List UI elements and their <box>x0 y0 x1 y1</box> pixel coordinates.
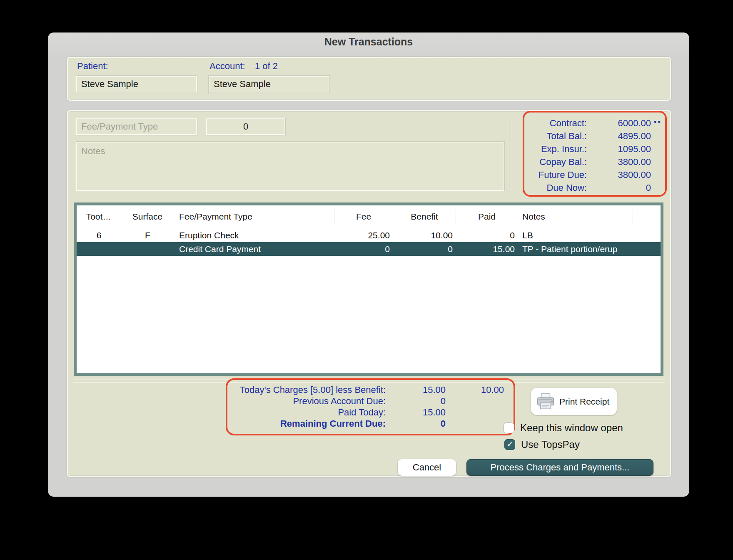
contract-row-label: Total Bal.: <box>524 130 587 142</box>
amount-input[interactable] <box>206 118 285 135</box>
cell-surface <box>121 242 174 256</box>
column-header-filler <box>633 209 661 225</box>
use-topspay-checkbox[interactable]: Use TopsPay <box>504 439 580 450</box>
totals-value: 15.00 <box>386 407 446 418</box>
contract-row: Contract: 6000.00 <box>524 117 665 130</box>
contract-row-value: 1095.00 <box>587 142 665 155</box>
totals-label: Previous Account Due: <box>226 395 386 407</box>
contract-row-value: 4895.00 <box>587 130 665 142</box>
contract-row-value: 0 <box>587 181 665 194</box>
cell-type: Credit Card Payment <box>174 242 334 256</box>
keep-window-open-checkbox[interactable]: Keep this window open <box>504 422 623 434</box>
contract-more-dots-icon[interactable]: •• <box>654 118 662 127</box>
contract-summary-box: Contract: 6000.00 Total Bal.: 4895.00 Ex… <box>523 111 667 197</box>
patient-input[interactable] <box>76 76 197 92</box>
totals-value: 15.00 <box>386 384 446 395</box>
column-header-notes: Notes <box>518 209 633 225</box>
cell-paid: 0 <box>456 228 518 242</box>
totals-value2 <box>446 407 504 418</box>
cell-type: Eruption Check <box>174 228 334 242</box>
cell-tooth: 6 <box>77 228 121 242</box>
contract-row: Total Bal.: 4895.00 <box>524 130 665 142</box>
column-header-surface: Surface <box>121 209 174 225</box>
totals-row: Paid Today: 15.00 <box>226 407 504 418</box>
totals-value: 0 <box>386 418 446 429</box>
keep-window-open-label: Keep this window open <box>520 422 623 434</box>
totals-value2 <box>446 395 504 407</box>
contract-row-label: Exp. Insur.: <box>524 142 587 155</box>
cell-surface: F <box>121 228 174 242</box>
column-header-tooth: Toot… <box>77 209 121 225</box>
vertical-divider <box>509 119 512 191</box>
contract-row: Future Due: 3800.00 <box>524 168 665 181</box>
notes-input[interactable] <box>76 142 504 191</box>
column-header-paid: Paid <box>456 209 518 225</box>
totals-value: 0 <box>386 395 446 407</box>
cell-tooth <box>77 242 121 256</box>
account-label: Account: <box>209 61 245 72</box>
column-header-type: Fee/Payment Type <box>174 209 334 225</box>
cell-benefit: 0 <box>393 242 456 256</box>
checkbox-icon[interactable] <box>504 439 515 450</box>
transactions-table: Toot… Surface Fee/Payment Type Fee Benef… <box>74 202 663 376</box>
contract-row-label: Contract: <box>524 117 587 130</box>
contract-row-value: 3800.00 <box>587 155 665 168</box>
contract-row-label: Future Due: <box>524 168 587 181</box>
table-row[interactable]: 6 F Eruption Check 25.00 10.00 0 LB <box>77 228 661 242</box>
column-header-benefit: Benefit <box>393 209 456 225</box>
totals-label: Paid Today: <box>226 407 386 418</box>
cell-notes: TP - Patient portion/erup <box>518 242 633 256</box>
contract-row-label: Copay Bal.: <box>524 155 587 168</box>
printer-icon <box>536 393 555 410</box>
contract-row: Due Now: 0 <box>524 181 665 194</box>
cell-paid: 15.00 <box>456 242 518 256</box>
totals-rows: Today's Charges [5.00] less Benefit: 15.… <box>226 384 504 429</box>
totals-value2 <box>446 418 504 429</box>
contract-row: Exp. Insur.: 1095.00 <box>524 142 665 155</box>
totals-row: Remaining Current Due: 0 <box>226 418 504 429</box>
process-charges-button[interactable]: Process Charges and Payments... <box>466 459 653 476</box>
table-header: Toot… Surface Fee/Payment Type Fee Benef… <box>77 205 661 228</box>
totals-label: Today's Charges [5.00] less Benefit: <box>226 384 386 395</box>
account-count: 1 of 2 <box>255 61 278 72</box>
window-title: New Transactions <box>48 36 689 48</box>
contract-row-label: Due Now: <box>524 181 587 194</box>
contract-row-value: 3800.00 <box>587 168 665 181</box>
totals-value2: 10.00 <box>446 384 504 395</box>
totals-row: Previous Account Due: 0 <box>226 395 504 407</box>
cell-fee: 25.00 <box>334 228 393 242</box>
print-receipt-label: Print Receipt <box>559 397 609 407</box>
column-header-fee: Fee <box>334 209 393 225</box>
print-receipt-button[interactable]: Print Receipt <box>531 388 617 415</box>
cell-fee: 0 <box>334 242 393 256</box>
checkbox-icon[interactable] <box>504 422 514 433</box>
fee-payment-type-input[interactable] <box>76 118 197 135</box>
patient-label: Patient: <box>77 61 108 72</box>
totals-label: Remaining Current Due: <box>226 418 386 429</box>
cell-notes: LB <box>518 228 633 242</box>
contract-row: Copay Bal.: 3800.00 <box>524 155 665 168</box>
cell-benefit: 10.00 <box>393 228 456 242</box>
totals-row: Today's Charges [5.00] less Benefit: 15.… <box>226 384 504 395</box>
table-row[interactable]: Credit Card Payment 0 0 15.00 TP - Patie… <box>77 242 661 256</box>
use-topspay-label: Use TopsPay <box>521 439 580 450</box>
cancel-button[interactable]: Cancel <box>398 459 456 476</box>
account-input[interactable] <box>209 76 329 92</box>
